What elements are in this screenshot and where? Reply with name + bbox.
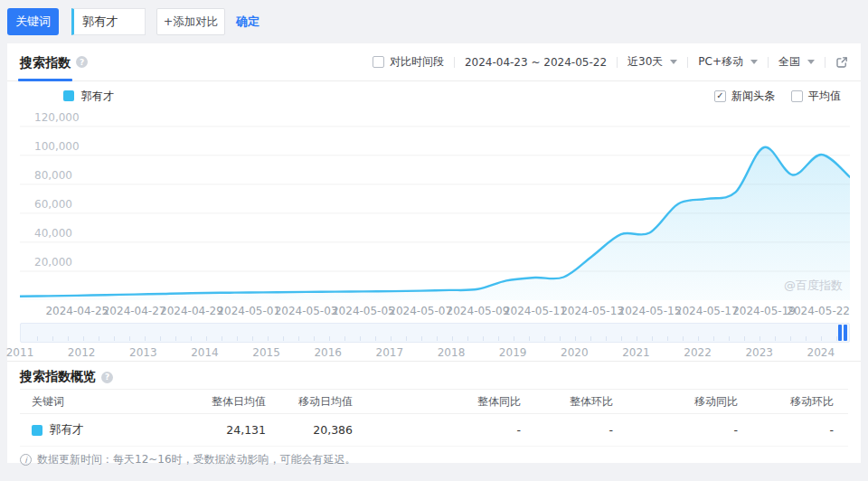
col-keyword: 关键词 [20,394,188,410]
info-icon [20,454,32,466]
average-checkbox[interactable] [791,90,803,102]
x-axis-tick-label: 2024-05-11 [504,305,567,317]
time-range-value: 近30天 [627,54,663,70]
tabs-row: 搜索指数 对比时间段 2024-04-23 ~ 2024-05-22 近30天 … [7,43,861,81]
x-axis-tick-label: 2024-05-09 [447,305,510,317]
row-overall-daily-avg: 24,131 [188,423,266,437]
x-axis-tick-label: 2024-05-07 [389,305,452,317]
news-headlines-toggle[interactable]: 新闻头条 [714,89,775,104]
help-icon[interactable] [101,372,113,383]
row-mobile-yoy: - [613,423,738,437]
x-axis-tick-label: 2024-05-03 [275,305,338,317]
row-overall-yoy: - [353,423,521,437]
x-axis-tick-label: 2024-05-15 [618,305,682,317]
compare-period-toggle[interactable]: 对比时间段 [373,54,444,70]
slider-handle-bar[interactable] [838,325,842,341]
legend-row: 郭有才 新闻头条 平均值 [7,81,861,108]
y-axis-tick-label: 100,000 [34,140,80,153]
help-icon[interactable] [76,56,88,68]
row-color-swatch [32,425,42,436]
timeline-year-label: 2020 [561,346,589,359]
overview-section: 搜索指数概览 关键词 整体日均值 移动日均值 整体同比 整体环比 移动同比 移动… [7,361,861,473]
col-mobile-yoy: 移动同比 [613,394,738,410]
timeline-year-label: 2022 [684,346,712,359]
slider-handle-bar[interactable] [844,325,847,341]
average-toggle[interactable]: 平均值 [791,89,841,104]
timeline-year-label: 2019 [499,346,527,359]
date-range-value: 2024-04-23 ~ 2024-05-22 [465,56,607,69]
legend-swatch [63,90,74,101]
region-select[interactable]: 全国 [778,54,815,70]
divider [825,57,826,68]
timeline-year-label: 2011 [6,346,34,359]
date-range-picker[interactable]: 2024-04-23 ~ 2024-05-22 [465,56,607,69]
x-axis-tick-label: 2024-04-25 [45,305,108,317]
x-axis-tick-label: 2024-05-22 [787,305,850,317]
x-axis-tick-label: 2024-05-13 [561,305,624,317]
timeline-year-label: 2018 [438,346,466,359]
timeline-year-labels: 2011201220132014201520162017201820192020… [20,344,850,361]
row-mobile-mom: - [738,423,834,437]
trend-chart: @百度指数 20,00040,00060,00080,000100,000120… [20,108,850,301]
chevron-down-icon [750,60,758,64]
slider-ticks [23,336,847,341]
table-row: 郭有才 24,131 20,386 - - - - [20,414,848,447]
row-overall-mom: - [521,423,613,437]
keyword-toolbar: 关键词 +添加对比 确定 [0,0,868,43]
y-axis-tick-label: 80,000 [34,169,72,182]
y-axis-tick-label: 40,000 [34,227,72,240]
update-note-text: 数据更新时间：每天12~16时，受数据波动影响，可能会有延迟。 [37,452,356,467]
timeline-year-label: 2021 [622,346,650,359]
news-headlines-label: 新闻头条 [731,89,775,104]
divider [454,57,455,68]
platform-select[interactable]: PC+移动 [698,54,758,70]
col-mobile-daily-avg: 移动日均值 [266,394,353,410]
timeline-year-label: 2015 [252,346,280,359]
divider [617,57,618,68]
x-axis-tick-label: 2024-05-01 [217,305,280,317]
timeline-year-label: 2017 [376,346,404,359]
confirm-link[interactable]: 确定 [236,14,259,30]
chart-controls: 对比时间段 2024-04-23 ~ 2024-05-22 近30天 PC+移动… [373,54,848,70]
x-axis-tick-label: 2024-04-27 [103,305,166,317]
news-headlines-checkbox[interactable] [714,90,726,102]
chevron-down-icon [807,60,815,64]
keyword-button[interactable]: 关键词 [7,8,59,35]
x-axis-tick-label: 2024-04-29 [160,305,223,317]
trend-line-chart [20,115,850,301]
y-axis-tick-label: 60,000 [34,198,72,211]
legend-item-keyword[interactable]: 郭有才 [63,89,114,104]
export-icon[interactable] [835,56,848,69]
legend-toggles: 新闻头条 平均值 [714,89,841,104]
col-overall-yoy: 整体同比 [353,394,521,410]
timeline-year-label: 2014 [191,346,219,359]
timeline-year-label: 2023 [745,346,773,359]
watermark: @百度指数 [784,278,843,294]
row-keyword: 郭有才 [50,422,84,438]
timeline-year-label: 2024 [807,346,835,359]
y-axis-tick-label: 20,000 [34,256,72,269]
compare-period-checkbox[interactable] [373,56,384,68]
timeline-slider[interactable] [20,323,850,343]
row-mobile-daily-avg: 20,386 [266,423,353,437]
table-header: 关键词 整体日均值 移动日均值 整体同比 整体环比 移动同比 移动环比 [20,389,848,414]
chevron-down-icon [670,60,677,64]
add-compare-button[interactable]: +添加对比 [156,8,225,35]
divider [768,57,769,68]
search-index-card: 搜索指数 对比时间段 2024-04-23 ~ 2024-05-22 近30天 … [7,43,861,463]
col-mobile-mom: 移动环比 [738,394,834,410]
slider-handle[interactable] [838,324,847,342]
keyword-input[interactable] [71,8,146,35]
timeline-year-label: 2013 [129,346,157,359]
tab-search-index[interactable]: 搜索指数 [20,43,88,81]
x-axis-tick-label: 2024-05-05 [332,305,395,317]
timeline-year-label: 2016 [314,346,342,359]
col-overall-mom: 整体环比 [521,394,613,410]
time-range-select[interactable]: 近30天 [627,54,677,70]
y-axis-tick-label: 120,000 [34,111,80,124]
legend-keyword-label: 郭有才 [81,89,114,104]
divider [687,57,688,68]
platform-value: PC+移动 [698,54,743,70]
update-note: 数据更新时间：每天12~16时，受数据波动影响，可能会有延迟。 [7,447,861,473]
row-keyword-cell: 郭有才 [20,422,188,438]
